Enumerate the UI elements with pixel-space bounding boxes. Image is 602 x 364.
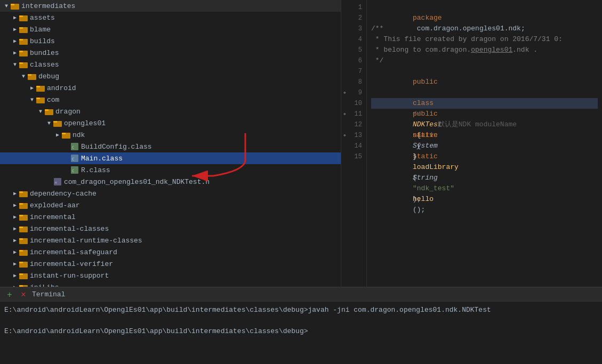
comment-slashes-10: //	[413, 110, 421, 118]
svg-text:C: C	[72, 169, 74, 173]
tree-item-android[interactable]: android	[0, 82, 341, 94]
tree-item-jnilibs[interactable]: jniLibs	[0, 281, 341, 287]
label-jnilibs: jniLibs	[30, 284, 59, 287]
line-num-2: 2	[341, 13, 366, 23]
svg-rect-23	[62, 133, 66, 134]
pkg-ndk: ndk	[509, 25, 521, 33]
tree-item-rclass[interactable]: C R.class	[0, 164, 341, 176]
terminal-content: E:\android\androidLearn\OpenglEs01\app\b…	[0, 302, 602, 364]
label-incremental-classes: incremental-classes	[30, 225, 109, 233]
line-num-7: 7	[341, 66, 366, 77]
indent13	[413, 142, 429, 150]
tree-item-incremental-safeguard[interactable]: incremental-safeguard	[0, 246, 341, 258]
tree-item-dependency-cache[interactable]: dependency-cache	[0, 188, 341, 199]
label-intermediates: intermediates	[21, 2, 75, 10]
folder-icon-jnilibs	[19, 284, 28, 287]
line-num-15: 15	[341, 151, 366, 162]
tree-item-classes[interactable]: classes	[0, 59, 341, 70]
arrow-classes	[11, 62, 19, 68]
svg-rect-49	[19, 285, 23, 287]
label-opengles01: opengles01	[64, 119, 106, 127]
label-assets: assets	[30, 14, 55, 22]
svg-rect-33	[19, 191, 23, 193]
label-rclass: R.class	[81, 166, 110, 174]
label-blame: blame	[30, 26, 51, 34]
tree-item-main[interactable]: C Main.class	[0, 152, 341, 164]
file-tree[interactable]: intermediates assets blame	[0, 0, 341, 287]
folder-icon-ndk	[62, 131, 70, 139]
folder-icon-classes	[19, 61, 28, 68]
label-dependency-cache: dependency-cache	[30, 190, 97, 198]
svg-rect-35	[19, 203, 23, 205]
terminal-panel: + × Terminal E:\android\androidLearn\Ope…	[0, 287, 602, 364]
tree-item-headerfile[interactable]: H com_dragon_opengles01_ndk_NDKTest.h	[0, 176, 341, 188]
kw-public-7: public	[413, 78, 438, 86]
terminal-close-button[interactable]: ×	[18, 289, 29, 300]
tree-item-bundles[interactable]: bundles	[0, 47, 341, 59]
tree-item-assets[interactable]: assets	[0, 12, 341, 23]
folder-icon-com	[36, 96, 45, 103]
arrow-dependency-cache	[11, 190, 19, 197]
tree-item-buildconfig[interactable]: C BuildConfig.class	[0, 141, 341, 152]
arrow-exploded-aar	[11, 202, 19, 208]
arrow-incremental	[11, 214, 19, 220]
tree-item-dragon[interactable]: dragon	[0, 106, 341, 117]
dot2: .	[459, 25, 463, 33]
tree-item-com[interactable]: com	[0, 94, 341, 106]
tree-item-opengles01[interactable]: opengles01	[0, 117, 341, 129]
arrow-jnilibs	[11, 284, 19, 287]
line-num-4: 4	[341, 34, 366, 45]
label-incremental-safeguard: incremental-safeguard	[30, 248, 117, 256]
terminal-line-2	[4, 316, 598, 326]
tree-item-incremental-verifier[interactable]: incremental-verifier	[0, 258, 341, 270]
folder-icon-debug	[28, 72, 36, 80]
terminal-header: + × Terminal	[0, 288, 602, 302]
svg-rect-47	[19, 273, 23, 275]
line-num-10: 10	[341, 98, 366, 109]
tree-item-instant-run-support[interactable]: instant-run-support	[0, 270, 341, 281]
indent12	[413, 131, 446, 139]
label-com: com	[47, 96, 59, 104]
tree-item-debug[interactable]: debug	[0, 70, 341, 82]
line-num-9: 9	[341, 87, 366, 98]
line-numbers: 1 2 3 4 5 6 7 8 9 10 11 12 13 14 15	[341, 0, 367, 287]
line-num-5: 5	[341, 45, 366, 55]
svg-rect-13	[28, 74, 31, 76]
tree-item-blame[interactable]: blame	[0, 23, 341, 35]
arrow-android	[28, 85, 36, 91]
folder-icon-exploded-aar	[19, 201, 28, 209]
svg-rect-15	[36, 86, 40, 87]
svg-rect-3	[19, 15, 23, 17]
terminal-toolbar: + ×	[4, 289, 32, 300]
paren9: ();	[413, 206, 425, 214]
arrow-dragon	[36, 109, 45, 115]
tree-item-incremental-classes[interactable]: incremental-classes	[0, 223, 341, 234]
tree-item-exploded-aar[interactable]: exploded-aar	[0, 199, 341, 211]
tree-item-incremental[interactable]: incremental	[0, 211, 341, 223]
file-icon-buildconfig: C	[70, 143, 79, 150]
tree-item-incremental-runtime-classes[interactable]: incremental-runtime-classes	[0, 234, 341, 246]
dot3: .	[504, 25, 509, 33]
svg-rect-19	[45, 109, 49, 111]
arrow-incremental-runtime-classes	[11, 237, 19, 244]
folder-icon-assets	[19, 14, 28, 21]
folder-icon-incremental-runtime-classes	[19, 237, 28, 244]
label-android: android	[47, 84, 76, 92]
arrow-incremental-classes	[11, 225, 19, 232]
svg-rect-9	[19, 51, 23, 52]
label-ndk: ndk	[73, 131, 85, 139]
label-main: Main.class	[81, 155, 123, 163]
tree-item-builds[interactable]: builds	[0, 35, 341, 47]
tree-item-intermediates[interactable]: intermediates	[0, 0, 341, 12]
label-incremental: incremental	[30, 213, 76, 221]
method-loadlibrary: loadLibrary	[413, 163, 459, 171]
tree-item-ndk[interactable]: ndk	[0, 129, 341, 141]
label-incremental-runtime-classes: incremental-runtime-classes	[30, 237, 142, 245]
svg-rect-43	[19, 250, 23, 252]
label-instant-run-support: instant-run-support	[30, 272, 109, 280]
code-line-4: * This file created by dragon on 2016/7/…	[371, 34, 598, 45]
arrow-intermediates	[2, 3, 11, 9]
folder-icon-bundles	[19, 49, 28, 56]
line-num-8: 8	[341, 77, 366, 87]
terminal-add-button[interactable]: +	[4, 289, 15, 300]
